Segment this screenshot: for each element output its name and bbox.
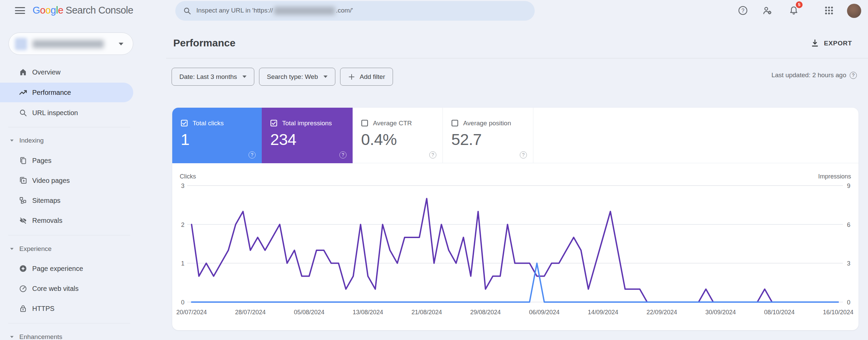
last-updated: Last updated: 2 hours ago ? bbox=[771, 71, 857, 79]
sidebar-item-label: Core web vitals bbox=[32, 285, 79, 293]
sidebar-section-experience[interactable]: Experience bbox=[10, 245, 52, 253]
sidebar-item-label: Overview bbox=[32, 68, 60, 76]
metric-label: Average CTR bbox=[373, 120, 412, 127]
property-selector[interactable] bbox=[8, 33, 133, 55]
home-icon bbox=[19, 68, 27, 77]
svg-text:Impressions: Impressions bbox=[818, 173, 851, 180]
performance-report-card: Total clicks 1 ? Total impressions 234 ? bbox=[172, 108, 859, 330]
divider bbox=[8, 127, 130, 127]
sidebar-item-sitemaps[interactable]: Sitemaps bbox=[0, 191, 133, 210]
sidebar-item-overview[interactable]: Overview bbox=[0, 62, 133, 82]
help-icon[interactable]: ? bbox=[738, 5, 748, 16]
logo-letter: e bbox=[58, 5, 63, 16]
notification-badge: 5 bbox=[796, 1, 803, 8]
total-clicks-card[interactable]: Total clicks 1 ? bbox=[172, 108, 262, 163]
speedometer-icon bbox=[19, 284, 27, 293]
help-icon[interactable]: ? bbox=[520, 151, 527, 158]
help-icon[interactable]: ? bbox=[429, 151, 436, 158]
svg-text:20/07/2024: 20/07/2024 bbox=[176, 309, 207, 316]
eye-off-icon bbox=[19, 216, 27, 225]
plus-icon bbox=[348, 73, 355, 81]
checkbox-unchecked-icon[interactable] bbox=[361, 119, 369, 127]
svg-text:29/08/2024: 29/08/2024 bbox=[470, 309, 501, 316]
svg-text:3: 3 bbox=[847, 260, 850, 267]
export-label: EXPORT bbox=[824, 40, 852, 47]
sitemaps-tree-icon bbox=[19, 196, 27, 205]
performance-chart: 00132639ClicksImpressions20/07/202428/07… bbox=[172, 169, 859, 325]
search-type-filter-chip[interactable]: Search type: Web bbox=[259, 68, 335, 86]
help-icon[interactable]: ? bbox=[850, 72, 857, 79]
apps-grid-icon[interactable] bbox=[824, 5, 834, 16]
chevron-down-icon bbox=[323, 76, 328, 78]
svg-text:05/08/2024: 05/08/2024 bbox=[294, 309, 324, 316]
url-inspection-search[interactable]: Inspect any URL in 'https://.com/' bbox=[175, 1, 535, 21]
svg-text:28/07/2024: 28/07/2024 bbox=[235, 309, 265, 316]
metric-value: 1 bbox=[181, 130, 190, 149]
app-title: Search Console bbox=[66, 5, 133, 16]
sidebar-item-page-experience[interactable]: Page experience bbox=[0, 259, 133, 278]
svg-text:14/09/2024: 14/09/2024 bbox=[588, 309, 618, 316]
sidebar-item-removals[interactable]: Removals bbox=[0, 211, 133, 230]
filter-bar: Date: Last 3 months Search type: Web Add… bbox=[172, 68, 393, 86]
average-position-card[interactable]: Average position 52.7 ? bbox=[443, 108, 533, 163]
video-pages-icon bbox=[19, 176, 27, 185]
chevron-down-icon bbox=[10, 140, 14, 142]
page-title: Performance bbox=[173, 37, 235, 49]
divider bbox=[166, 58, 868, 59]
search-type-label: Search type: Web bbox=[267, 73, 318, 81]
checkbox-checked-icon[interactable] bbox=[180, 119, 188, 127]
divider bbox=[8, 323, 130, 323]
section-title: Experience bbox=[19, 245, 52, 253]
checkbox-checked-icon[interactable] bbox=[270, 119, 278, 127]
svg-text:16/10/2024: 16/10/2024 bbox=[823, 309, 853, 316]
svg-text:0: 0 bbox=[847, 299, 850, 306]
pages-icon bbox=[19, 156, 27, 165]
user-settings-icon[interactable] bbox=[762, 5, 772, 16]
date-filter-chip[interactable]: Date: Last 3 months bbox=[172, 68, 254, 86]
export-button[interactable]: EXPORT bbox=[810, 39, 852, 48]
sidebar-item-https[interactable]: HTTPS bbox=[0, 299, 133, 318]
metric-cards: Total clicks 1 ? Total impressions 234 ? bbox=[172, 108, 859, 163]
chevron-down-icon bbox=[10, 248, 14, 250]
sidebar-item-performance[interactable]: Performance bbox=[0, 83, 133, 102]
metric-value: 52.7 bbox=[451, 130, 481, 149]
section-title: Indexing bbox=[19, 137, 44, 144]
menu-icon[interactable] bbox=[15, 7, 25, 15]
sidebar-item-label: Performance bbox=[32, 89, 71, 97]
help-icon[interactable]: ? bbox=[249, 151, 256, 158]
search-placeholder: Inspect any URL in 'https://.com/' bbox=[196, 7, 353, 15]
metric-label: Total clicks bbox=[193, 120, 224, 127]
sidebar-item-label: Pages bbox=[32, 157, 52, 165]
svg-text:6: 6 bbox=[847, 221, 850, 228]
svg-text:Clicks: Clicks bbox=[180, 173, 196, 180]
divider bbox=[8, 235, 130, 235]
add-filter-chip[interactable]: Add filter bbox=[340, 68, 393, 86]
svg-text:1: 1 bbox=[181, 260, 184, 267]
svg-text:30/09/2024: 30/09/2024 bbox=[705, 309, 736, 316]
search-icon bbox=[19, 108, 27, 117]
svg-text:13/08/2024: 13/08/2024 bbox=[353, 309, 383, 316]
metric-label: Average position bbox=[463, 120, 511, 127]
app-logo: GoogleSearch Console bbox=[33, 5, 133, 16]
property-name-redacted bbox=[33, 40, 104, 48]
gsc-performance-page: { "topbar": { "logo_letters": ["G","o","… bbox=[0, 0, 868, 340]
metric-value: 234 bbox=[270, 130, 296, 149]
sidebar-item-core-web-vitals[interactable]: Core web vitals bbox=[0, 279, 133, 298]
last-updated-text: Last updated: 2 hours ago bbox=[771, 71, 846, 79]
sidebar-item-label: Page experience bbox=[32, 265, 83, 273]
user-avatar[interactable] bbox=[847, 4, 861, 18]
sidebar-item-url-inspection[interactable]: URL inspection bbox=[0, 103, 133, 123]
search-icon bbox=[183, 6, 192, 15]
total-impressions-card[interactable]: Total impressions 234 ? bbox=[262, 108, 353, 163]
sidebar-item-pages[interactable]: Pages bbox=[0, 151, 133, 170]
logo-letter: g bbox=[51, 5, 56, 16]
chevron-down-icon bbox=[242, 76, 246, 78]
sidebar-item-video-pages[interactable]: Video pages bbox=[0, 171, 133, 190]
help-icon[interactable]: ? bbox=[339, 151, 347, 158]
sidebar-section-indexing[interactable]: Indexing bbox=[10, 137, 44, 144]
sidebar-section-enhancements[interactable]: Enhancements bbox=[10, 333, 62, 340]
chevron-down-icon bbox=[10, 336, 14, 338]
download-icon bbox=[810, 39, 820, 48]
checkbox-unchecked-icon[interactable] bbox=[451, 119, 459, 127]
average-ctr-card[interactable]: Average CTR 0.4% ? bbox=[353, 108, 443, 163]
